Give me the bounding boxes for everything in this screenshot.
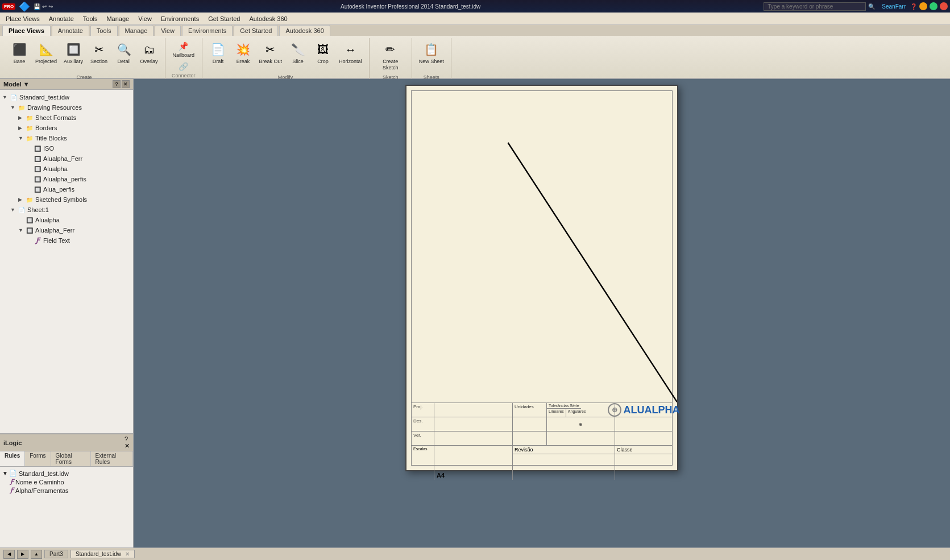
ilogic-tab-rules[interactable]: Rules (0, 451, 25, 466)
draft-label: Draft (213, 59, 224, 65)
status-tab-standard-test[interactable]: Standard_test.idw ✕ (70, 550, 135, 558)
alualpha-label: Alualpha (43, 165, 68, 172)
ribbon-group-nailboard: 📌 Nailboard 🔗 Connector (165, 38, 202, 81)
tree-sheet-formats[interactable]: ▶ 📁 Sheet Formats (2, 113, 131, 123)
horizontal-btn[interactable]: ↔ Horizontal (337, 39, 364, 66)
menu-annotate[interactable]: Annotate (44, 14, 78, 23)
tab-environments[interactable]: Environments (182, 25, 233, 36)
model-close-btn[interactable]: ✕ (122, 80, 130, 88)
tree-sheet1-alualpha[interactable]: 🔲 Alualpha (2, 215, 131, 225)
auxiliary-btn[interactable]: 🔲 Auxiliary (61, 39, 85, 66)
tab-annotate[interactable]: Annotate (52, 25, 89, 36)
draft-btn[interactable]: 📄 Draft (207, 39, 230, 66)
ilogic-rule-nome[interactable]: Ƒ Nome e Caminho (2, 478, 131, 486)
slice-btn[interactable]: 🔪 Slice (287, 39, 309, 66)
search-icon[interactable]: 🔍 (868, 3, 875, 10)
tb-paper-size: A4 (437, 472, 445, 479)
title-blocks-icon: 📁 (25, 134, 34, 143)
tab-place-views[interactable]: Place Views (2, 25, 51, 36)
menu-tools[interactable]: Tools (78, 14, 102, 23)
menu-manage[interactable]: Manage (102, 14, 134, 23)
sheet1-alualpha-icon: 🔲 (25, 215, 34, 225)
tab-autodesk-360[interactable]: Autodesk 360 (279, 25, 330, 36)
tree-sheet1-alualpha-ferr[interactable]: ▼ 🔲 Alualpha_Ferr (2, 225, 131, 235)
tree-sheet1[interactable]: ▼ 📄 Sheet:1 (2, 205, 131, 215)
ribbon-tabs: Place Views Annotate Tools Manage View E… (0, 25, 950, 36)
new-sheet-btn[interactable]: 📋 New Sheet (417, 39, 446, 66)
ilogic-tab-global-forms[interactable]: Global Forms (51, 451, 91, 466)
help-icon[interactable]: ❓ (910, 3, 917, 10)
status-nav-right[interactable]: ▶ (17, 550, 28, 559)
close-button[interactable] (940, 2, 948, 10)
alualpha-perfis-icon: 🔲 (33, 175, 42, 184)
canvas-area[interactable]: Proj. Unidades Tolerâncias Série Lineare… (134, 79, 950, 547)
tree-alualpha[interactable]: 🔲 Alualpha (2, 164, 131, 174)
section-label: Section (90, 59, 107, 65)
tree-drawing-resources[interactable]: ▼ 📁 Drawing Resources (2, 102, 131, 113)
model-panel-controls: ? ✕ (113, 80, 130, 88)
model-panel-title[interactable]: Model ▼ (3, 81, 30, 88)
tb-tol-ver (547, 432, 615, 445)
search-input[interactable] (764, 2, 866, 11)
tab-view[interactable]: View (155, 25, 181, 36)
status-bar: ◀ ▶ ▲ Part3 Standard_test.idw ✕ (0, 547, 950, 560)
ilogic-panel: iLogic ? ✕ Rules Forms Global Forms Exte… (0, 434, 133, 547)
crop-btn[interactable]: 🖼 Crop (312, 39, 334, 66)
ilogic-rule-alpha[interactable]: Ƒ Alpha/Ferramentas (2, 486, 131, 495)
sheet1-icon: 📄 (17, 205, 26, 214)
maximize-button[interactable] (930, 2, 937, 10)
break-btn[interactable]: 💥 Break (232, 39, 255, 66)
section-btn[interactable]: ✂ Section (88, 39, 110, 66)
title-bar: PRO 🔷 💾 ↩ ↪ Autodesk Inventor Profession… (0, 0, 950, 13)
status-tab-part3[interactable]: Part3 (44, 550, 68, 558)
tree-borders[interactable]: ▶ 📁 Borders (2, 123, 131, 133)
overlay-icon: 🗂 (140, 40, 158, 59)
tree-field-text[interactable]: Ƒ Field Text (2, 235, 131, 246)
menu-environments[interactable]: Environments (156, 14, 204, 23)
quick-access-toolbar: 💾 ↩ ↪ (34, 3, 53, 10)
status-nav-up[interactable]: ▲ (31, 550, 42, 559)
ilogic-help-btn[interactable]: ? (125, 435, 130, 442)
menu-place-views[interactable]: Place Views (1, 14, 44, 23)
detail-btn[interactable]: 🔍 Detail (113, 39, 135, 66)
status-tab-close[interactable]: ✕ (125, 551, 130, 557)
projected-btn[interactable]: 📐 Projected (33, 39, 59, 66)
create-sketch-btn[interactable]: ✏ Create Sketch (374, 39, 407, 72)
root-expand-icon: ▼ (2, 94, 9, 100)
ilogic-tab-external-rules[interactable]: External Rules (91, 451, 133, 466)
nailboard-btn[interactable]: 📌 Nailboard (170, 39, 197, 59)
projected-icon: 📐 (37, 40, 55, 59)
ilogic-file[interactable]: ▼ 📄 Standard_test.idw (2, 469, 131, 478)
tab-get-started[interactable]: Get Started (234, 25, 278, 36)
menu-autodesk-360[interactable]: Autodesk 360 (244, 14, 292, 23)
horizontal-icon: ↔ (341, 40, 359, 59)
tree-title-blocks[interactable]: ▼ 📁 Title Blocks (2, 133, 131, 143)
connector-btn: 🔗 Connector (170, 60, 197, 79)
sheet1-alualpha-ferr-icon: 🔲 (25, 226, 34, 235)
title-blocks-expand: ▼ (18, 135, 25, 141)
breakout-btn[interactable]: ✂ Break Out (257, 39, 285, 66)
tree-alualpha-ferr[interactable]: 🔲 Alualpha_Ferr (2, 154, 131, 164)
tree-alua-perfis[interactable]: 🔲 Alua_perfis (2, 184, 131, 194)
tab-manage[interactable]: Manage (119, 25, 154, 36)
ilogic-close-btn[interactable]: ✕ (125, 442, 130, 450)
minimize-button[interactable] (919, 2, 927, 10)
tree-sketched-symbols[interactable]: ▶ 📁 Sketched Symbols (2, 194, 131, 205)
auxiliary-label: Auxiliary (64, 59, 83, 65)
overlay-label: Overlay (140, 59, 158, 65)
ilogic-panel-title: iLogic (3, 439, 22, 446)
tree-iso[interactable]: 🔲 ISO (2, 143, 131, 154)
main-layout: Model ▼ ? ✕ ▼ 📄 Standard_test.idw ▼ 📁 Dr… (0, 79, 950, 547)
menu-get-started[interactable]: Get Started (204, 14, 244, 23)
tree-root-file[interactable]: ▼ 📄 Standard_test.idw (2, 92, 131, 102)
menu-view[interactable]: View (134, 14, 156, 23)
ribbon-group-items-nailboard: 📌 Nailboard 🔗 Connector (170, 38, 197, 80)
base-btn[interactable]: ⬛ Base (8, 39, 31, 66)
tree-alualpha-perfis[interactable]: 🔲 Alualpha_perfis (2, 174, 131, 184)
status-nav-left[interactable]: ◀ (3, 550, 15, 559)
model-help-btn[interactable]: ? (113, 80, 121, 88)
title-blocks-label: Title Blocks (35, 135, 67, 142)
tab-tools[interactable]: Tools (90, 25, 118, 36)
overlay-btn[interactable]: 🗂 Overlay (138, 39, 160, 66)
ilogic-tab-forms[interactable]: Forms (25, 451, 51, 466)
